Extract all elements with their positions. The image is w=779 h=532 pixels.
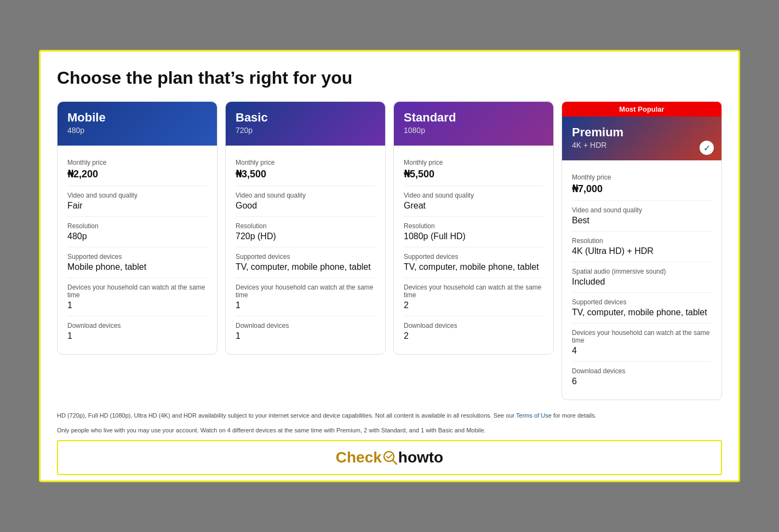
devices-label-premium: Supported devices [572,298,712,306]
quality-value-standard: Great [404,201,543,211]
plan-card-premium: Most Popular Premium 4K + HDR ✓ Monthly … [562,101,722,400]
brand-howto-text: howto [398,449,443,466]
download-value-mobile: 1 [67,331,207,341]
plan-resolution-premium: 4K + HDR [572,141,712,149]
res-value-mobile: 480p [67,232,207,241]
devices-label-basic: Supported devices [236,253,375,261]
check-circle-icon: ✓ [700,141,714,155]
price-value-mobile: ₦2,200 [67,168,207,180]
download-row-standard: Download devices 2 [404,316,543,346]
quality-label-mobile: Video and sound quality [67,192,207,199]
plan-name-mobile: Mobile [67,111,207,125]
quality-row-basic: Video and sound quality Good [236,186,375,217]
watch-row-premium: Devices your household can watch at the … [572,323,712,362]
plan-body-premium: Monthly price ₦7,000 Video and sound qua… [562,160,721,400]
res-label-mobile: Resolution [67,222,207,230]
branding-logo: Check howto [58,449,721,466]
res-label-basic: Resolution [236,222,375,230]
price-label-mobile: Monthly price [67,159,207,166]
price-value-basic: ₦3,500 [236,168,375,180]
devices-row-basic: Supported devices TV, computer, mobile p… [236,247,375,278]
plan-body-mobile: Monthly price ₦2,200 Video and sound qua… [58,146,217,354]
watch-label-standard: Devices your household can watch at the … [404,284,543,299]
price-row-basic: Monthly price ₦3,500 [236,153,375,186]
spatial-audio-row-premium: Spatial audio (immersive sound) Included [572,262,712,293]
spatial-audio-label-premium: Spatial audio (immersive sound) [572,268,712,275]
watch-value-standard: 2 [404,300,543,310]
watch-row-mobile: Devices your household can watch at the … [67,278,207,316]
devices-value-premium: TV, computer, mobile phone, tablet [572,308,712,317]
download-label-standard: Download devices [404,322,543,329]
quality-label-premium: Video and sound quality [572,206,712,214]
res-label-premium: Resolution [572,237,712,245]
res-label-standard: Resolution [404,222,543,230]
price-label-basic: Monthly price [236,159,375,166]
brand-check-text: Check [336,449,382,466]
watch-label-premium: Devices your household can watch at the … [572,329,712,344]
plan-card-basic: Basic 720p Monthly price ₦3,500 Video an… [225,101,386,355]
quality-value-premium: Best [572,216,712,225]
quality-label-standard: Video and sound quality [404,192,543,199]
devices-row-standard: Supported devices TV, computer, mobile p… [404,247,543,278]
res-value-basic: 720p (HD) [236,232,375,241]
res-row-mobile: Resolution 480p [67,217,207,247]
plan-header-premium: Premium 4K + HDR ✓ [562,117,721,160]
footnote1: HD (720p), Full HD (1080p), Ultra HD (4K… [57,411,722,420]
watch-label-mobile: Devices your household can watch at the … [67,284,207,299]
plan-resolution-mobile: 480p [67,126,207,135]
quality-row-standard: Video and sound quality Great [404,186,543,217]
quality-label-basic: Video and sound quality [236,192,375,199]
download-value-standard: 2 [404,331,543,341]
spatial-audio-value-premium: Included [572,277,712,287]
plan-body-standard: Monthly price ₦5,500 Video and sound qua… [394,146,553,354]
download-row-mobile: Download devices 1 [67,316,207,346]
quality-row-premium: Video and sound quality Best [572,201,712,232]
watch-value-basic: 1 [236,300,375,310]
res-row-premium: Resolution 4K (Ultra HD) + HDR [572,232,712,262]
devices-value-mobile: Mobile phone, tablet [67,262,207,272]
quality-value-mobile: Fair [67,201,207,211]
devices-label-mobile: Supported devices [67,253,207,261]
devices-value-basic: TV, computer, mobile phone, tablet [236,262,375,272]
download-label-mobile: Download devices [67,322,207,329]
terms-of-use-link[interactable]: Terms of Use [516,412,552,419]
download-row-premium: Download devices 6 [572,362,712,392]
plan-name-basic: Basic [236,111,375,125]
res-row-standard: Resolution 1080p (Full HD) [404,217,543,247]
download-label-premium: Download devices [572,367,712,375]
price-value-premium: ₦7,000 [572,183,712,195]
plan-card-standard: Standard 1080p Monthly price ₦5,500 Vide… [393,101,554,355]
devices-row-premium: Supported devices TV, computer, mobile p… [572,293,712,323]
watch-value-mobile: 1 [67,300,207,310]
footnote2: Only people who live with you may use yo… [57,426,722,435]
watch-label-basic: Devices your household can watch at the … [236,284,375,299]
download-label-basic: Download devices [236,322,375,329]
download-value-basic: 1 [236,331,375,341]
page-title: Choose the plan that’s right for you [57,68,722,88]
devices-value-standard: TV, computer, mobile phone, tablet [404,262,543,272]
brand-magnify-icon [382,449,398,466]
quality-row-mobile: Video and sound quality Fair [67,186,207,217]
watch-row-basic: Devices your household can watch at the … [236,278,375,316]
most-popular-banner: Most Popular [562,102,721,117]
branding-bar: Check howto [57,440,722,475]
plan-body-basic: Monthly price ₦3,500 Video and sound qua… [226,146,385,354]
quality-value-basic: Good [236,201,375,211]
download-row-basic: Download devices 1 [236,316,375,346]
plan-card-mobile: Mobile 480p Monthly price ₦2,200 Video a… [57,101,217,355]
plans-container: Mobile 480p Monthly price ₦2,200 Video a… [57,101,722,400]
devices-row-mobile: Supported devices Mobile phone, tablet [67,247,207,278]
plan-header-mobile: Mobile 480p [58,102,217,146]
price-row-standard: Monthly price ₦5,500 [404,153,543,186]
devices-label-standard: Supported devices [404,253,543,261]
watch-value-premium: 4 [572,346,712,356]
price-row-premium: Monthly price ₦7,000 [572,168,712,201]
watch-row-standard: Devices your household can watch at the … [404,278,543,316]
download-value-premium: 6 [572,377,712,386]
plan-header-standard: Standard 1080p [394,102,553,146]
price-value-standard: ₦5,500 [404,168,543,180]
footnote1-text: HD (720p), Full HD (1080p), Ultra HD (4K… [57,412,516,419]
outer-container: Choose the plan that’s right for you Mob… [39,50,740,482]
res-row-basic: Resolution 720p (HD) [236,217,375,247]
res-value-standard: 1080p (Full HD) [404,232,543,241]
